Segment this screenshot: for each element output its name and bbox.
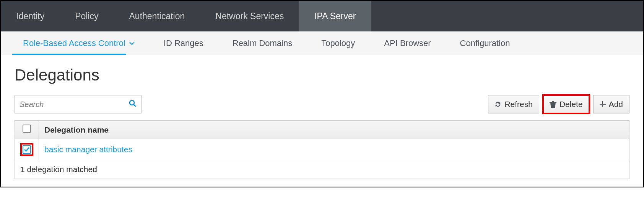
nav-identity[interactable]: Identity <box>1 1 60 31</box>
subnav-rbac[interactable]: Role-Based Access Control <box>8 31 149 55</box>
nav-policy[interactable]: Policy <box>60 1 114 31</box>
refresh-button[interactable]: Refresh <box>488 95 539 113</box>
primary-nav: Identity Policy Authentication Network S… <box>1 1 643 31</box>
refresh-icon <box>494 101 501 108</box>
checkbox-unchecked-icon <box>23 125 31 133</box>
main-content: Delegations Refresh Delete <box>1 55 643 187</box>
subnav-topology[interactable]: Topology <box>307 31 369 55</box>
secondary-nav: Role-Based Access Control ID Ranges Real… <box>1 31 643 55</box>
plus-icon <box>600 101 606 107</box>
add-button[interactable]: Add <box>593 95 629 113</box>
trash-icon <box>550 100 556 108</box>
subnav-id-ranges[interactable]: ID Ranges <box>149 31 218 55</box>
table-row: basic manager attributes <box>15 139 629 160</box>
svg-point-0 <box>130 100 134 105</box>
checkbox-checked-icon <box>23 145 31 154</box>
action-buttons: Refresh Delete Add <box>488 95 629 113</box>
subnav-realm-domains[interactable]: Realm Domains <box>218 31 307 55</box>
delete-button-label: Delete <box>559 100 583 109</box>
subnav-rbac-label: Role-Based Access Control <box>23 38 125 48</box>
delegation-link[interactable]: basic manager attributes <box>44 145 132 154</box>
nav-network-services[interactable]: Network Services <box>200 1 299 31</box>
nav-authentication[interactable]: Authentication <box>114 1 200 31</box>
delete-button[interactable]: Delete <box>543 95 589 113</box>
search-icon <box>129 100 137 109</box>
add-button-label: Add <box>609 100 623 109</box>
search-box <box>15 95 141 113</box>
search-button[interactable] <box>124 95 141 113</box>
delegations-table: Delegation name basic manager attributes <box>15 120 629 179</box>
svg-line-1 <box>134 105 136 107</box>
row-checkbox[interactable] <box>20 143 33 156</box>
search-input[interactable] <box>15 95 124 113</box>
chevron-down-icon <box>129 41 135 45</box>
select-all-header[interactable] <box>15 121 39 139</box>
nav-ipa-server[interactable]: IPA Server <box>299 1 371 31</box>
column-delegation-name[interactable]: Delegation name <box>39 121 629 139</box>
refresh-button-label: Refresh <box>504 100 533 109</box>
toolbar: Refresh Delete Add <box>15 95 629 113</box>
page-title: Delegations <box>15 66 629 84</box>
subnav-api-browser[interactable]: API Browser <box>369 31 445 55</box>
subnav-configuration[interactable]: Configuration <box>446 31 525 55</box>
table-footer-status: 1 delegation matched <box>15 160 629 179</box>
